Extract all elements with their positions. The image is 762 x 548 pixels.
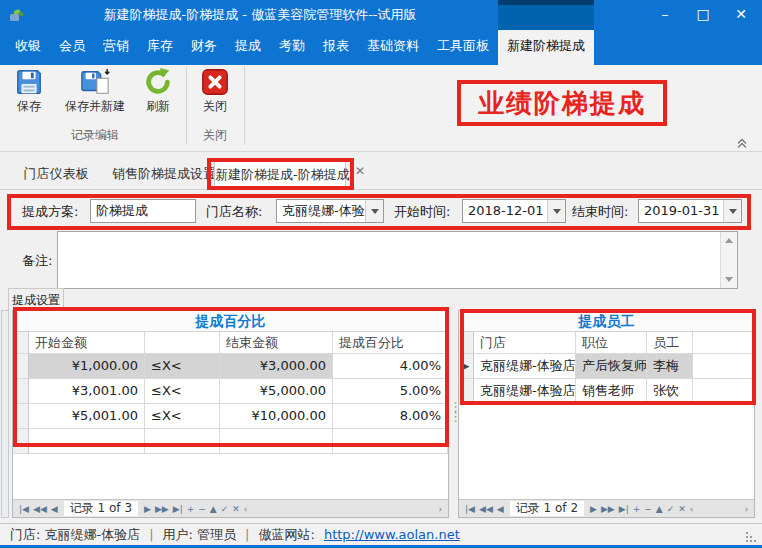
tab-commission-settings[interactable]: 提成设置 — [8, 288, 64, 310]
cell-operator[interactable]: ≤X< — [145, 404, 220, 429]
employee-grid-navigator: |◀ ◀◀ ◀ 记录 1 of 2 ▶ ▶▶ ▶| + − ▲ ✓ ✕ ‹ › — [459, 499, 754, 517]
column-header-operator[interactable] — [145, 332, 220, 354]
ribbon-tab-inventory[interactable]: 库存 — [138, 30, 182, 62]
remark-scrollbar[interactable] — [720, 232, 737, 288]
nav-remove-button[interactable]: − — [644, 504, 652, 514]
cell-store[interactable]: 克丽缇娜-体验店 — [474, 379, 576, 404]
cell-end-amount[interactable]: ¥3,000.00 — [220, 354, 333, 379]
store-name-value: 克丽缇娜-体验店 — [277, 200, 365, 222]
table-row[interactable]: ¥3,001.00 ≤X< ¥5,000.00 5.00% — [13, 379, 448, 404]
cell-operator[interactable]: ≤X< — [145, 379, 220, 404]
nav-remove-button[interactable]: − — [198, 504, 206, 514]
left-collapsed-splitter[interactable] — [1, 310, 9, 518]
doc-tab-store-dashboard[interactable]: 门店仪表板 — [10, 158, 102, 189]
table-row[interactable]: ¥5,001.00 ≤X< ¥10,000.00 8.00% — [13, 404, 448, 429]
nav-last-button[interactable]: ▶| — [173, 504, 183, 514]
close-form-button[interactable]: 关闭 — [192, 67, 238, 115]
table-row-empty[interactable] — [13, 429, 448, 454]
start-date-picker[interactable]: 2018-12-01 — [462, 199, 566, 223]
nav-next-page-button[interactable]: ▶▶ — [601, 504, 615, 514]
nav-edit-button[interactable]: ▲ — [656, 504, 663, 514]
collapse-ribbon-icon[interactable] — [735, 137, 749, 149]
ribbon-tab-commission[interactable]: 提成 — [226, 30, 270, 62]
cell-store[interactable]: 克丽缇娜-体验店 — [474, 354, 576, 379]
nav-scroll-left-button[interactable]: ‹ — [690, 504, 694, 514]
column-header-start-amount[interactable]: 开始金额 — [29, 332, 145, 354]
nav-edit-button[interactable]: ▲ — [210, 504, 217, 514]
cell-operator[interactable]: ≤X< — [145, 354, 220, 379]
nav-last-button[interactable]: ▶| — [619, 504, 629, 514]
ribbon-tab-member[interactable]: 会员 — [50, 30, 94, 62]
cell-position[interactable]: 产后恢复师 — [576, 354, 647, 379]
cell-end-amount[interactable]: ¥10,000.00 — [220, 404, 333, 429]
save-button[interactable]: 保存 — [6, 67, 52, 115]
column-header-store[interactable]: 门店 — [474, 332, 576, 354]
remark-textarea[interactable] — [57, 231, 738, 289]
cell-employee[interactable]: 李梅 — [647, 354, 693, 379]
table-row[interactable]: 克丽缇娜-体验店 销售老师 张饮 — [459, 379, 754, 404]
ribbon-tab-marketing[interactable]: 营销 — [94, 30, 138, 62]
nav-next-button[interactable]: ▶ — [144, 504, 151, 514]
resize-grip[interactable] — [746, 532, 748, 534]
minimize-button[interactable]: – — [646, 0, 684, 30]
cell-start-amount[interactable]: ¥3,001.00 — [29, 379, 145, 404]
status-bar: 门店: 克丽缇娜-体验店 | 用户: 管理员 | 傲蓝网站: http://ww… — [0, 523, 762, 545]
table-row[interactable]: ▶ 克丽缇娜-体验店 产后恢复师 李梅 — [459, 354, 754, 379]
ribbon-tab-reports[interactable]: 报表 — [314, 30, 358, 62]
nav-add-button[interactable]: + — [187, 504, 195, 514]
nav-scroll-left-button[interactable]: ‹ — [244, 504, 248, 514]
ribbon-tab-basic-data[interactable]: 基础资料 — [358, 30, 428, 62]
nav-scroll-right-button[interactable]: › — [438, 504, 442, 514]
website-link[interactable]: http://www.aolan.net — [324, 527, 460, 542]
nav-first-button[interactable]: |◀ — [19, 504, 29, 514]
cell-position[interactable]: 销售老师 — [576, 379, 647, 404]
doc-tab-close-icon[interactable]: ✕ — [355, 164, 365, 178]
nav-add-button[interactable]: + — [633, 504, 641, 514]
chevron-down-icon[interactable] — [547, 200, 565, 222]
nav-prev-page-button[interactable]: ◀◀ — [33, 504, 47, 514]
cell-percent[interactable]: 8.00% — [333, 404, 448, 429]
ribbon-tab-tools[interactable]: 工具面板 — [428, 30, 498, 62]
nav-first-button[interactable]: |◀ — [465, 504, 475, 514]
remark-label: 备注: — [22, 252, 52, 270]
cell-end-amount[interactable]: ¥5,000.00 — [220, 379, 333, 404]
nav-scroll-right-button[interactable]: › — [744, 504, 748, 514]
nav-next-page-button[interactable]: ▶▶ — [155, 504, 169, 514]
chevron-down-icon[interactable] — [723, 200, 741, 222]
column-header-employee[interactable]: 员工 — [647, 332, 693, 354]
close-window-button[interactable]: ✕ — [722, 0, 760, 30]
nav-post-button[interactable]: ✓ — [667, 504, 675, 514]
maximize-button[interactable]: □ — [684, 0, 722, 30]
refresh-button[interactable]: 刷新 — [136, 67, 180, 115]
column-header-position[interactable]: 职位 — [576, 332, 647, 354]
ribbon-tab-new-tier-commission-active[interactable]: 新建阶梯提成 — [498, 30, 594, 62]
cell-start-amount[interactable]: ¥5,001.00 — [29, 404, 145, 429]
nav-post-button[interactable]: ✓ — [221, 504, 229, 514]
scroll-up-icon[interactable] — [725, 238, 733, 243]
chevron-down-icon[interactable] — [365, 200, 383, 222]
ribbon-tab-cashier[interactable]: 收银 — [6, 30, 50, 62]
scroll-down-icon[interactable] — [725, 277, 733, 282]
nav-cancel-button[interactable]: ✕ — [678, 504, 686, 514]
ribbon-tab-finance[interactable]: 财务 — [182, 30, 226, 62]
panel-splitter[interactable]: ⋮⋮ — [449, 402, 458, 422]
store-name-combo[interactable]: 克丽缇娜-体验店 — [276, 199, 384, 223]
scheme-input[interactable] — [90, 199, 196, 223]
save-and-new-button[interactable]: 保存并新建 — [54, 67, 136, 115]
ribbon-tab-attendance[interactable]: 考勤 — [270, 30, 314, 62]
end-date-picker[interactable]: 2019-01-31 — [638, 199, 742, 223]
nav-cancel-button[interactable]: ✕ — [232, 504, 240, 514]
cell-start-amount[interactable]: ¥1,000.00 — [29, 354, 145, 379]
nav-next-button[interactable]: ▶ — [590, 504, 597, 514]
column-header-end-amount[interactable]: 结束金额 — [220, 332, 333, 354]
nav-prev-page-button[interactable]: ◀◀ — [479, 504, 493, 514]
column-header-percent[interactable]: 提成百分比 — [333, 332, 448, 354]
cell-percent[interactable]: 5.00% — [333, 379, 448, 404]
nav-prev-button[interactable]: ◀ — [497, 504, 504, 514]
cell-percent[interactable]: 4.00% — [333, 354, 448, 379]
doc-tab-sales-tier-settings[interactable]: 销售阶梯提成设置 — [102, 158, 226, 189]
cell-employee[interactable]: 张饮 — [647, 379, 693, 404]
doc-tab-new-tier-commission[interactable]: 新建阶梯提成-阶梯提成 — [214, 158, 346, 189]
nav-prev-button[interactable]: ◀ — [51, 504, 58, 514]
table-row[interactable]: ¥1,000.00 ≤X< ¥3,000.00 4.00% — [13, 354, 448, 379]
